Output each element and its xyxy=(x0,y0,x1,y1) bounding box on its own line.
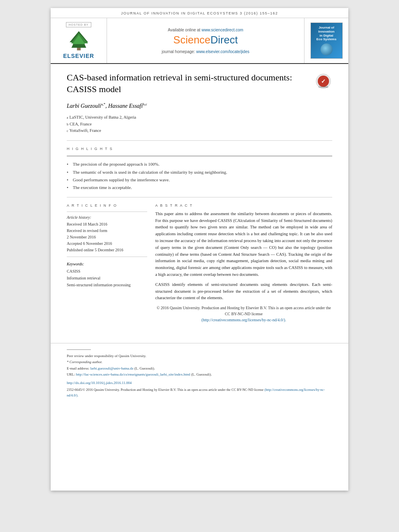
abstract-paragraph1: This paper aims to address the assessmen… xyxy=(155,211,332,278)
header-center: Available online at www.sciencedirect.co… xyxy=(107,18,304,63)
journal-header-bar: Journal of Innovation in Digital Ecosyst… xyxy=(51,8,348,18)
affil-c: c YottaSwift, France xyxy=(67,127,332,134)
cover-journal-title: Journal ofInnovationin DigitalEco System… xyxy=(317,26,337,41)
two-column-section: A R T I C L E I N F O Article history: R… xyxy=(67,203,332,323)
highlight-1: The precision of the proposed approach i… xyxy=(67,161,332,167)
abstract-paragraph2: CASISS identify elements of semi-structu… xyxy=(155,281,332,302)
cover-globe-icon xyxy=(321,43,333,55)
abstract-text: This paper aims to address the assessmen… xyxy=(155,211,332,302)
elsevier-tree-icon xyxy=(65,29,93,51)
header: Hosted By ELSEVIER Available online at w… xyxy=(51,18,348,64)
url-suffix: (L. Guezouli). xyxy=(191,372,212,376)
highlights-divider xyxy=(67,156,332,156)
peer-review-text: Peer review under responsibility of Qass… xyxy=(67,353,332,359)
email-prefix: E-mail address: xyxy=(67,366,89,370)
abstract-label: A B S T R A C T xyxy=(155,203,332,207)
author2-sup: b,c xyxy=(143,102,147,106)
author1-name: Larbi Guezouli xyxy=(67,103,101,109)
elsevier-logo: ELSEVIER xyxy=(63,29,94,59)
affil-c-sup: c xyxy=(67,129,68,134)
main-content: CAS-based information retrieval in semi-… xyxy=(51,64,348,331)
keywords-divider xyxy=(67,257,147,257)
article-info-label: A R T I C L E I N F O xyxy=(67,203,147,207)
crossmark-area[interactable]: ✓ CrossMark xyxy=(314,72,332,90)
science-part: Science xyxy=(173,34,211,46)
affil-a: a LaSTIC, University of Batna 2, Algeria xyxy=(67,114,332,121)
affil-a-sup: a xyxy=(67,115,68,121)
article-title: CAS-based information retrieval in semi-… xyxy=(67,72,332,95)
url-line: URL: http://fac-sciences.univ-batna.dz/c… xyxy=(67,372,332,378)
abstract-column: A B S T R A C T This paper aims to addre… xyxy=(155,203,332,323)
sciencedirect-url[interactable]: www.sciencedirect.com xyxy=(202,28,243,32)
page: Journal of Innovation in Digital Ecosyst… xyxy=(51,8,348,491)
publisher-logo-area: Hosted By ELSEVIER xyxy=(51,18,107,63)
url-prefix: URL: xyxy=(67,372,75,376)
revised-date: 2 November 2016 xyxy=(67,234,147,240)
bottom-note: 2352-6645/© 2016 Qassim University. Prod… xyxy=(67,387,332,398)
highlights-label: H I G H L I G H T S xyxy=(67,147,332,151)
copyright-text: © 2016 Qassim University. Production and… xyxy=(155,305,332,323)
svg-text:✓: ✓ xyxy=(321,78,326,84)
peer-review-statement: Peer review under responsibility of Qass… xyxy=(67,354,146,358)
journal-name: Journal of Innovation in Digital Ecosyst… xyxy=(121,11,278,15)
direct-part: Direct xyxy=(210,34,238,46)
highlight-2: The semantic of words is used in the cal… xyxy=(67,169,332,175)
highlights-list: The precision of the proposed approach i… xyxy=(67,161,332,191)
license-link[interactable]: (http://creativecommons.org/licenses/by-… xyxy=(202,318,286,322)
published-date: Published online 5 December 2016 xyxy=(67,247,147,253)
keyword-3: Semi-structured information processing xyxy=(67,281,147,288)
keyword-2: Information retrieval xyxy=(67,275,147,281)
revised-label: Received in revised form xyxy=(67,228,147,234)
keywords-label: Keywords: xyxy=(67,262,147,266)
accepted-date: Accepted 6 November 2016 xyxy=(67,240,147,247)
authors: Larbi Guezoulia,*, Hassane Essafib,c xyxy=(67,102,332,109)
journal-homepage-url[interactable]: www.elsevier.com/locate/jides xyxy=(196,49,249,54)
affil-b-text: CEA, France xyxy=(70,121,92,128)
title-area: CAS-based information retrieval in semi-… xyxy=(67,72,332,95)
sciencedirect-logo: ScienceDirect xyxy=(173,34,238,46)
divider-2 xyxy=(67,197,332,197)
received-date: Received 18 March 2016 xyxy=(67,221,147,228)
footer-divider xyxy=(67,349,91,350)
crossmark-icon: ✓ CrossMark xyxy=(315,73,331,89)
corresponding-label: * Corresponding author. xyxy=(67,360,102,364)
authors-sep: , Hassane Essafi xyxy=(105,103,143,109)
article-info-column: A R T I C L E I N F O Article history: R… xyxy=(67,203,147,323)
doi-line: http://dx.doi.org/10.1016/j.jides.2016.1… xyxy=(67,381,332,385)
author-url[interactable]: http://fac-sciences.univ-batna.dz/cs/ens… xyxy=(76,372,190,376)
affil-c-text: YottaSwift, France xyxy=(70,127,101,134)
history-label: Article history: xyxy=(67,215,147,220)
highlight-3: Good performances supplied by the interf… xyxy=(67,177,332,183)
email-suffix: (L. Guezouli). xyxy=(134,366,155,370)
copyright-statement: © 2016 Qassim University. Production and… xyxy=(156,306,331,316)
highlights-section: H I G H L I G H T S The precision of the… xyxy=(67,147,332,191)
keyword-1: CASISS xyxy=(67,268,147,275)
article-info-divider xyxy=(67,212,147,212)
hosted-by-label: Hosted By xyxy=(66,22,91,27)
journal-homepage: journal homepage: www.elsevier.com/locat… xyxy=(162,49,249,54)
email-line: E-mail address: larbi.guezouli@univ-batn… xyxy=(67,366,332,372)
author-email[interactable]: larbi.guezouli@univ-batna.dz xyxy=(90,366,133,370)
journal-cover-area: Journal ofInnovationin DigitalEco System… xyxy=(304,18,348,63)
svg-text:CrossMark: CrossMark xyxy=(318,86,328,88)
doi-link[interactable]: http://dx.doi.org/10.1016/j.jides.2016.1… xyxy=(67,381,132,385)
bottom-note-text: 2352-6645/© 2016 Qassim University. Prod… xyxy=(67,388,263,392)
highlight-4: The execution time is acceptable. xyxy=(67,185,332,191)
affil-b: b CEA, France xyxy=(67,121,332,128)
elsevier-text: ELSEVIER xyxy=(63,53,94,59)
affil-a-text: LaSTIC, University of Batna 2, Algeria xyxy=(70,114,136,121)
footer: Peer review under responsibility of Qass… xyxy=(51,343,348,404)
corresponding-author: * Corresponding author. xyxy=(67,359,332,365)
author1-sup: a,* xyxy=(101,102,105,106)
journal-cover: Journal ofInnovationin DigitalEco System… xyxy=(311,23,343,59)
divider-1 xyxy=(67,140,332,141)
affiliations: a LaSTIC, University of Batna 2, Algeria… xyxy=(67,114,332,134)
affil-b-sup: b xyxy=(67,122,68,127)
available-online: Available online at www.sciencedirect.co… xyxy=(168,28,243,32)
